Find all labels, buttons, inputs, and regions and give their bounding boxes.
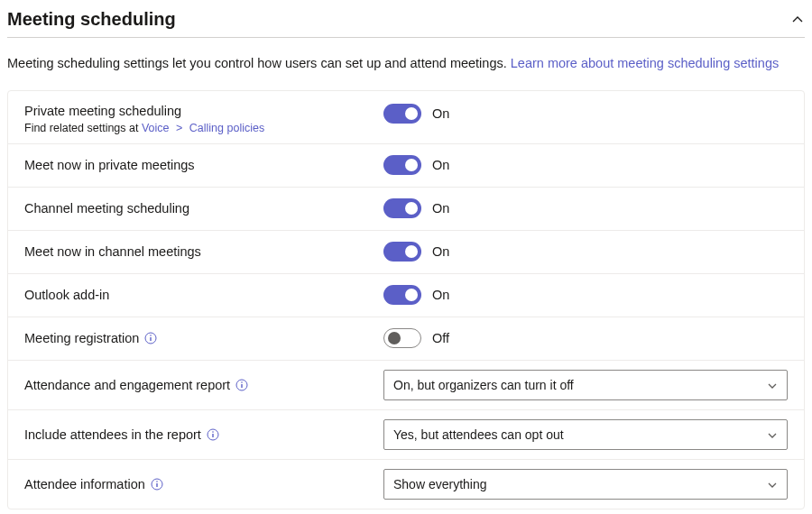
setting-private-meeting-scheduling: Private meeting scheduling Find related … xyxy=(8,91,804,144)
description-text: Meeting scheduling settings let you cont… xyxy=(7,56,511,70)
setting-label: Meet now in private meetings xyxy=(24,158,195,172)
svg-point-11 xyxy=(156,481,158,482)
setting-label: Private meeting scheduling xyxy=(24,104,383,118)
setting-meet-now-private: Meet now in private meetings On xyxy=(8,144,804,188)
chevron-down-icon xyxy=(767,380,778,390)
learn-more-link[interactable]: Learn more about meeting scheduling sett… xyxy=(511,56,779,70)
toggle-state-label: On xyxy=(432,201,449,216)
toggle-meet-now-private[interactable] xyxy=(383,155,421,175)
toggle-state-label: On xyxy=(432,106,449,121)
toggle-state-label: Off xyxy=(432,331,449,345)
svg-point-5 xyxy=(241,381,243,383)
section-title: Meeting scheduling xyxy=(7,9,176,30)
setting-channel-meeting-scheduling: Channel meeting scheduling On xyxy=(8,188,804,231)
setting-attendee-information: Attendee information Show everything xyxy=(8,460,804,509)
toggle-outlook-addin[interactable] xyxy=(383,285,421,305)
chevron-up-icon xyxy=(790,13,805,27)
toggle-meeting-registration[interactable] xyxy=(383,328,421,348)
chevron-down-icon xyxy=(767,429,778,440)
svg-point-8 xyxy=(212,431,214,433)
select-value: Yes, but attendees can opt out xyxy=(393,427,564,442)
select-include-attendees[interactable]: Yes, but attendees can opt out xyxy=(383,419,788,450)
setting-meeting-registration: Meeting registration Off xyxy=(8,317,804,361)
section-description: Meeting scheduling settings let you cont… xyxy=(7,38,805,90)
select-value: Show everything xyxy=(393,477,487,491)
setting-label: Meet now in channel meetings xyxy=(24,244,201,259)
select-value: On, but organizers can turn it off xyxy=(393,378,574,392)
setting-label: Outlook add-in xyxy=(24,288,109,302)
info-icon[interactable] xyxy=(151,478,163,491)
setting-label: Channel meeting scheduling xyxy=(24,201,189,216)
toggle-meet-now-channel[interactable] xyxy=(383,242,421,262)
related-settings-text: Find related settings at Voice > Calling… xyxy=(24,122,383,134)
chevron-down-icon xyxy=(767,479,778,490)
svg-point-2 xyxy=(151,335,152,336)
setting-outlook-addin: Outlook add-in On xyxy=(8,274,804,317)
select-attendee-information[interactable]: Show everything xyxy=(383,469,788,500)
toggle-state-label: On xyxy=(432,158,449,172)
toggle-channel-meeting-scheduling[interactable] xyxy=(383,198,421,218)
info-icon[interactable] xyxy=(144,332,157,344)
section-header[interactable]: Meeting scheduling xyxy=(7,5,805,37)
info-icon[interactable] xyxy=(207,428,219,441)
related-voice-link[interactable]: Voice xyxy=(142,122,170,134)
toggle-state-label: On xyxy=(432,288,449,302)
setting-meet-now-channel: Meet now in channel meetings On xyxy=(8,231,804,274)
meeting-scheduling-page: Meeting scheduling Meeting scheduling se… xyxy=(0,0,812,514)
select-attendance-report[interactable]: On, but organizers can turn it off xyxy=(383,370,788,400)
setting-label: Include attendees in the report xyxy=(24,427,201,442)
setting-attendance-report: Attendance and engagement report On, but… xyxy=(8,361,804,410)
setting-label: Attendee information xyxy=(24,477,145,491)
setting-label: Attendance and engagement report xyxy=(24,378,230,392)
toggle-state-label: On xyxy=(432,244,449,259)
setting-label: Meeting registration xyxy=(24,331,139,345)
setting-include-attendees: Include attendees in the report Yes, but… xyxy=(8,410,804,460)
related-calling-policies-link[interactable]: Calling policies xyxy=(189,122,264,134)
settings-card: Private meeting scheduling Find related … xyxy=(7,90,805,509)
info-icon[interactable] xyxy=(235,379,248,391)
toggle-private-meeting-scheduling[interactable] xyxy=(383,104,421,124)
